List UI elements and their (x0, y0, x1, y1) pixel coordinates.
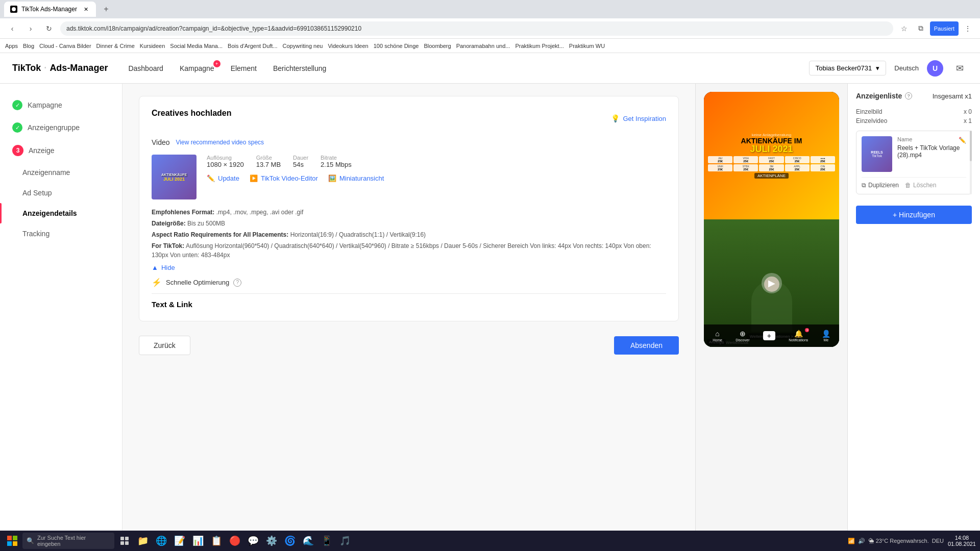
add-ad-button[interactable]: + Hinzufügen (856, 206, 972, 224)
sidebar-item-anzeigenname[interactable]: Anzeigenname (0, 162, 122, 183)
nav-berichterstellung[interactable]: Berichterstellung (273, 64, 326, 72)
address-bar[interactable]: ads.tiktok.com/i18n/campaign/ad/creation… (60, 21, 893, 36)
thumbnail-icon: 🖼️ (328, 174, 336, 182)
update-icon: ✏️ (207, 174, 215, 182)
tab-close-btn[interactable]: ✕ (82, 5, 90, 13)
menu-btn[interactable]: ⋮ (961, 21, 975, 36)
app6-btn[interactable]: 💬 (245, 533, 261, 549)
volume-icon: 🔊 (858, 538, 865, 544)
bookmark-panorama[interactable]: Panoramabahn und... (456, 43, 510, 49)
bookmark-videokurs[interactable]: Videokurs Ideen (328, 43, 368, 49)
plus-icon: + (763, 331, 775, 340)
account-chevron: ▾ (876, 64, 879, 72)
sidebar-item-anzeigendetails[interactable]: Anzeigendetails (0, 203, 122, 223)
phone-nav-discover[interactable]: ⊕ Discover (736, 330, 749, 342)
sidebar-label-adsetup: Ad Setup (22, 189, 52, 197)
bookmark-social[interactable]: Social Media Mana... (170, 43, 223, 49)
new-tab-button[interactable]: + (99, 2, 113, 16)
ad-list-title-area: Anzeigenliste ? (856, 92, 912, 100)
search-taskbar-btn[interactable]: 🔍 Zur Suche Text hier eingeben (22, 533, 114, 549)
bookmark-bloomberg[interactable]: Bloomberg (424, 43, 451, 49)
bookmark-100[interactable]: 100 schöne Dinge (374, 43, 419, 49)
nav-kampagne[interactable]: Kampagne + (180, 64, 214, 72)
phone-nav-plus[interactable]: + (763, 331, 775, 340)
scroll-thumb[interactable] (970, 131, 972, 161)
play-btn[interactable]: ▶ (762, 273, 782, 293)
phone-nav-home[interactable]: ⌂ Home (713, 330, 722, 342)
inspiration-link[interactable]: Get Inspiration (623, 115, 666, 122)
total-count-area: Insgesamt x1 (933, 92, 972, 100)
einzelvideo-count: x 1 (964, 117, 972, 124)
delete-btn[interactable]: 🗑 Löschen (905, 182, 936, 189)
nav-dashboard[interactable]: Dashboard (128, 64, 163, 72)
bookmark-blog[interactable]: Blog (23, 43, 34, 49)
nav-right: Tobias Becker0731 ▾ Deutsch U ✉ (809, 60, 968, 77)
format-label-0: Empfohlenes Format: (152, 209, 214, 216)
phone-bottom-nav: ⌂ Home ⊕ Discover + 🔔 (704, 324, 839, 347)
hide-link[interactable]: ▲ Hide (152, 264, 666, 271)
excel-btn[interactable]: 📊 (190, 533, 206, 549)
stock-item-4: CISCO25€ (785, 156, 810, 163)
sidebar-item-anzeige[interactable]: 3 Anzeige (0, 139, 122, 162)
bookmark-praktikum1[interactable]: Praktikum Projekt... (515, 43, 564, 49)
date-display: 01.08.2021 (948, 541, 976, 547)
notification-btn[interactable]: ✉ (951, 60, 968, 77)
text-link-section: Text & Link (152, 300, 666, 309)
user-avatar[interactable]: U (927, 60, 943, 77)
einzelvideo-label: Einzelvideo (856, 117, 887, 124)
sys-tray: 📶 🔊 🌦 23°C Regenwahrsch. DEU (848, 538, 944, 544)
bookmark-canva[interactable]: Cloud - Canva Bilder (39, 43, 91, 49)
back-button[interactable]: Zurück (139, 336, 190, 355)
powerpoint-btn[interactable]: 📋 (208, 533, 225, 549)
optimierung-icon: ⚡ (152, 278, 162, 287)
sidebar-item-tracking[interactable]: Tracking (0, 223, 122, 244)
editor-btn[interactable]: ▶️ TikTok Video-Editor (250, 174, 318, 182)
video-specs-link[interactable]: View recommended video specs (176, 139, 264, 146)
sidebar-item-anzeigengruppe[interactable]: ✓ Anzeigengruppe (0, 116, 122, 139)
chrome-btn[interactable]: 🌀 (282, 533, 298, 549)
bookmark-btn[interactable]: ☆ (897, 21, 912, 36)
nav-element[interactable]: Element (231, 64, 257, 72)
clock: 14:08 01.08.2021 (948, 535, 976, 547)
sidebar-item-adsetup[interactable]: Ad Setup (0, 183, 122, 203)
bookmark-dinner[interactable]: Dinner & Crime (96, 43, 135, 49)
svg-rect-6 (125, 537, 129, 540)
notifications-icon: 🔔 (794, 330, 803, 338)
edge-btn[interactable]: 🌊 (300, 533, 316, 549)
edit-icon[interactable]: ✏️ (959, 137, 966, 144)
file-explorer-btn[interactable]: 📁 (135, 533, 151, 549)
word-btn[interactable]: 📝 (172, 533, 188, 549)
bookmark-bois[interactable]: Bois d'Argent Duft... (228, 43, 277, 49)
account-selector[interactable]: Tobias Becker0731 ▾ (809, 61, 887, 76)
ad-list-help-icon[interactable]: ? (905, 92, 912, 99)
reload-btn[interactable]: ↻ (42, 21, 56, 36)
kampagne-check-icon: ✓ (12, 100, 22, 110)
browser-tab[interactable]: TikTok Ads-Manager ✕ (4, 2, 96, 17)
settings-btn[interactable]: ⚙️ (263, 533, 280, 549)
forward-nav-btn[interactable]: › (23, 21, 38, 36)
start-button[interactable] (4, 533, 20, 549)
browser-taskbar-btn[interactable]: 🌐 (153, 533, 169, 549)
phone-nav-me[interactable]: 👤 Me (822, 330, 830, 342)
bookmark-praktikum2[interactable]: Praktikum WU (569, 43, 605, 49)
pausiert-btn[interactable]: Pausiert (930, 21, 959, 36)
app8-btn[interactable]: 🎵 (337, 533, 353, 549)
language-selector[interactable]: Deutsch (894, 64, 919, 72)
duplicate-btn[interactable]: ⧉ Duplizieren (862, 182, 899, 189)
sidebar-item-kampagne[interactable]: ✓ Kampagne (0, 94, 122, 116)
bookmark-copy[interactable]: Copywriting neu (283, 43, 323, 49)
account-name: Tobias Becker0731 (816, 64, 872, 72)
app5-btn[interactable]: 🔴 (227, 533, 243, 549)
update-btn[interactable]: ✏️ Update (207, 174, 239, 182)
bookmark-apps[interactable]: Apps (5, 43, 18, 49)
optimierung-help-icon[interactable]: ? (233, 279, 241, 287)
extension-btn[interactable]: ⧉ (914, 21, 928, 36)
sidebar-label-anzeigendetails: Anzeigendetails (22, 209, 77, 217)
back-nav-btn[interactable]: ‹ (5, 21, 19, 36)
phone-nav-notifications[interactable]: 🔔 9 Notifications (789, 330, 808, 342)
bookmark-kursideen[interactable]: Kursideen (140, 43, 165, 49)
taskview-btn[interactable] (116, 533, 133, 549)
submit-button[interactable]: Absenden (614, 336, 679, 355)
thumbnail-btn[interactable]: 🖼️ Miniaturansicht (328, 174, 384, 182)
app7-btn[interactable]: 📱 (318, 533, 335, 549)
